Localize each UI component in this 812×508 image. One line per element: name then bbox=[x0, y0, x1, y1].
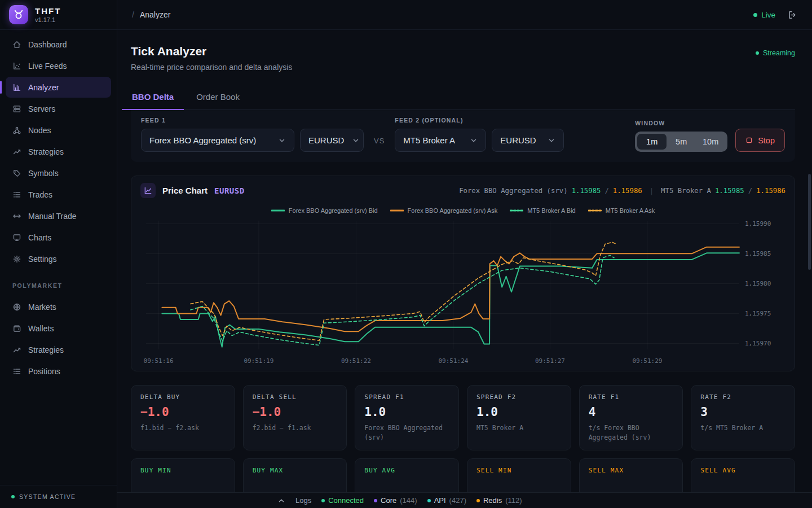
list-icon bbox=[12, 367, 21, 376]
sidebar-item-label: Charts bbox=[28, 233, 51, 242]
status-bar: Logs Connected Core (144) API (427) Redi… bbox=[117, 492, 812, 508]
x-axis-label: 09:51:29 bbox=[632, 357, 662, 365]
feed2-source-select[interactable]: MT5 Broker A bbox=[395, 129, 486, 152]
sidebar-item-label: Settings bbox=[28, 255, 57, 264]
page-title: Tick Analyzer bbox=[131, 45, 292, 58]
feed1-source-value: Forex BBO Aggregated (srv) bbox=[149, 135, 256, 145]
stop-square-icon bbox=[745, 137, 753, 144]
logs-label[interactable]: Logs bbox=[295, 496, 311, 505]
sidebar-item-dashboard[interactable]: Dashboard bbox=[6, 34, 111, 55]
sidebar-item-poly-strategies[interactable]: Strategies bbox=[6, 339, 111, 360]
legend-item[interactable]: MT5 Broker A Bid bbox=[510, 207, 576, 214]
sidebar-item-analyzer[interactable]: Analyzer bbox=[6, 77, 111, 98]
arrows-h-icon bbox=[12, 212, 21, 221]
stat-label: BUY AVG bbox=[364, 467, 449, 474]
stat-label: SELL MIN bbox=[476, 467, 562, 474]
sidebar-item-label: Strategies bbox=[28, 345, 64, 354]
price-chart[interactable]: 1,159901,159851,159801,159751,1597009:51… bbox=[140, 215, 785, 366]
nodes-icon bbox=[12, 126, 21, 135]
logout-icon[interactable] bbox=[788, 10, 797, 20]
monitor-icon bbox=[12, 233, 21, 242]
stat-sub: Forex BBO Aggregated (srv) bbox=[364, 423, 449, 442]
sidebar: THFT v1.17.1 Dashboard Live Feeds Analyz… bbox=[0, 0, 117, 508]
sidebar-item-strategies[interactable]: Strategies bbox=[6, 141, 111, 162]
feed1-quote-name: Forex BBO Aggregated (srv) bbox=[459, 187, 568, 195]
stat-value: 1.0 bbox=[364, 405, 449, 419]
server-icon bbox=[12, 104, 21, 113]
sidebar-item-charts[interactable]: Charts bbox=[6, 227, 111, 248]
live-indicator: Live bbox=[753, 11, 775, 19]
stat-card-rate-f1: RATE F14t/s Forex BBO Aggregated (srv) bbox=[579, 385, 683, 450]
sidebar-item-label: Analyzer bbox=[28, 83, 59, 92]
feed1-symbol-select[interactable]: EURUSD bbox=[300, 129, 364, 152]
system-active-status: SYSTEM ACTIVE bbox=[0, 485, 117, 508]
price-chart-card: Price Chart EURUSD Forex BBO Aggregated … bbox=[131, 176, 795, 371]
status-dot bbox=[321, 499, 325, 502]
window-option-10m[interactable]: 10m bbox=[696, 134, 725, 150]
sidebar-item-trades[interactable]: Trades bbox=[6, 184, 111, 205]
status-label: Connected bbox=[328, 496, 364, 505]
chevron-down-icon bbox=[548, 137, 555, 144]
connection-statuses: Connected Core (144) API (427) Redis (11… bbox=[321, 496, 522, 505]
legend-item[interactable]: MT5 Broker A Ask bbox=[588, 207, 655, 214]
stats-row-1: DELTA BUY−1.0f1.bid − f2.askDELTA SELL−1… bbox=[131, 385, 795, 450]
stat-label: SPREAD F1 bbox=[364, 393, 449, 401]
sidebar-item-label: Wallets bbox=[28, 324, 54, 333]
stat-label: DELTA BUY bbox=[140, 393, 226, 401]
sidebar-section-polymarket: POLYMARKET bbox=[0, 273, 117, 292]
tab-bar: BBO DeltaOrder Book bbox=[131, 86, 795, 110]
line-chart-icon bbox=[140, 183, 156, 198]
stop-button[interactable]: Stop bbox=[735, 129, 785, 152]
window-segmented-control: 1m5m10m bbox=[635, 132, 727, 152]
feed1-source-select[interactable]: Forex BBO Aggregated (srv) bbox=[141, 129, 294, 152]
sidebar-item-poly-positions[interactable]: Positions bbox=[6, 361, 111, 382]
quote-bar: Forex BBO Aggregated (srv) 1.15985 / 1.1… bbox=[459, 187, 785, 195]
sidebar-item-label: Positions bbox=[28, 367, 60, 376]
stat-value: −1.0 bbox=[140, 405, 226, 419]
legend-item[interactable]: Forex BBO Aggregated (srv) Ask bbox=[390, 207, 498, 214]
stat-sub: f1.bid − f2.ask bbox=[140, 423, 226, 433]
sidebar-item-nodes[interactable]: Nodes bbox=[6, 120, 111, 141]
chevron-up-icon[interactable] bbox=[277, 497, 285, 505]
feed2-symbol-value: EURUSD bbox=[500, 135, 536, 145]
tab-bbo-delta[interactable]: BBO Delta bbox=[131, 86, 175, 110]
legend-swatch bbox=[271, 209, 285, 212]
vs-label: VS bbox=[372, 137, 387, 152]
stat-sub: t/s Forex BBO Aggregated (srv) bbox=[589, 423, 674, 442]
feed2-symbol-select[interactable]: EURUSD bbox=[492, 129, 564, 152]
legend-swatch bbox=[588, 209, 602, 212]
streaming-label: Streaming bbox=[763, 49, 795, 57]
sidebar-item-manual-trade[interactable]: Manual Trade bbox=[6, 205, 111, 226]
legend-label: Forex BBO Aggregated (srv) Bid bbox=[289, 207, 378, 214]
sidebar-item-label: Markets bbox=[28, 303, 56, 312]
app-version: v1.17.1 bbox=[35, 16, 61, 23]
brand-bull-icon bbox=[9, 5, 28, 24]
sidebar-nav-polymarket: Markets Wallets Strategies Positions bbox=[0, 292, 117, 386]
stat-sub: MT5 Broker A bbox=[476, 423, 562, 433]
y-axis-label: 1,15975 bbox=[745, 310, 771, 317]
stat-value: 4 bbox=[589, 405, 674, 419]
stat-value: 1.0 bbox=[476, 405, 562, 419]
window-option-1m[interactable]: 1m bbox=[637, 134, 667, 150]
sidebar-item-settings[interactable]: Settings bbox=[6, 248, 111, 269]
x-axis-label: 09:51:24 bbox=[438, 357, 468, 365]
legend-item[interactable]: Forex BBO Aggregated (srv) Bid bbox=[271, 207, 378, 214]
sidebar-item-servers[interactable]: Servers bbox=[6, 98, 111, 119]
sidebar-item-symbols[interactable]: Symbols bbox=[6, 163, 111, 183]
series-dashed bbox=[191, 256, 614, 345]
sidebar-item-live-feeds[interactable]: Live Feeds bbox=[6, 55, 111, 76]
breadcrumb-current[interactable]: Analyzer bbox=[140, 10, 170, 19]
tab-order-book[interactable]: Order Book bbox=[195, 86, 241, 110]
scrollbar-thumb[interactable] bbox=[808, 174, 811, 270]
legend-swatch bbox=[390, 209, 404, 212]
app-logo[interactable]: THFT v1.17.1 bbox=[0, 0, 117, 30]
sidebar-item-poly-wallets[interactable]: Wallets bbox=[6, 318, 111, 339]
x-axis-label: 09:51:27 bbox=[535, 357, 565, 365]
sidebar-item-poly-markets[interactable]: Markets bbox=[6, 296, 111, 317]
window-option-5m[interactable]: 5m bbox=[667, 134, 696, 150]
chart-title: Price Chart bbox=[162, 186, 208, 195]
streaming-dot bbox=[756, 51, 759, 55]
breadcrumb: / Analyzer bbox=[132, 10, 170, 19]
breadcrumb-slash: / bbox=[132, 10, 134, 19]
trending-icon bbox=[12, 345, 21, 354]
